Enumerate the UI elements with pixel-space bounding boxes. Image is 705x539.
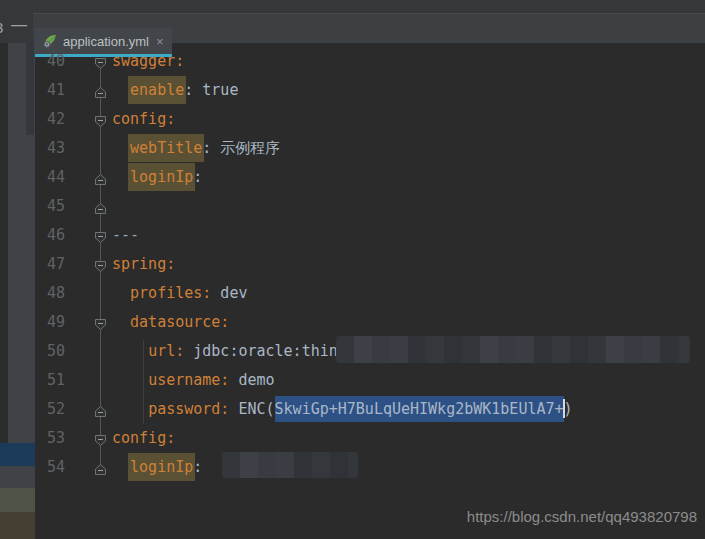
code-line[interactable]: loginIp:: [112, 163, 202, 192]
editor-row: 53config:: [35, 424, 705, 453]
scrollbar-thumb[interactable]: [26, 43, 34, 135]
editor-row: 46---: [35, 221, 705, 250]
redaction-blur: [336, 336, 690, 363]
code-line[interactable]: swagger:: [112, 47, 184, 76]
fold-marker-start[interactable]: [94, 55, 107, 68]
code-line[interactable]: config:: [112, 105, 175, 134]
code-line[interactable]: webTitle: 示例程序: [112, 134, 280, 163]
fold-marker-start[interactable]: [94, 316, 107, 329]
left-dark-gutter: [0, 43, 8, 443]
line-number[interactable]: 52: [38, 395, 65, 424]
line-number[interactable]: 50: [38, 337, 65, 366]
fold-marker-end[interactable]: [94, 403, 107, 416]
fold-marker-end[interactable]: [94, 171, 107, 184]
line-number[interactable]: 43: [38, 134, 65, 163]
editor-row: 42config:: [35, 105, 705, 134]
code-line[interactable]: config:: [112, 424, 175, 453]
code-line[interactable]: password: ENC(SkwiGp+H7BuLqUeHIWkg2bWK1b…: [112, 395, 573, 424]
line-number[interactable]: 44: [38, 163, 65, 192]
indent-guide: [143, 340, 144, 424]
editor-row: 43 webTitle: 示例程序: [35, 134, 705, 163]
background-selection-row: [0, 443, 35, 466]
partial-window-glyph: 3: [0, 19, 3, 36]
code-line[interactable]: ---: [112, 221, 139, 250]
line-number[interactable]: 51: [38, 366, 65, 395]
code-line[interactable]: enable: true: [112, 76, 238, 105]
line-number[interactable]: 54: [38, 453, 65, 482]
editor-row: 48 profiles: dev: [35, 279, 705, 308]
line-number[interactable]: 47: [38, 250, 65, 279]
code-line[interactable]: url: jdbc:oracle:thin: [112, 337, 338, 366]
fold-marker-end[interactable]: [94, 84, 107, 97]
line-number[interactable]: 46: [38, 221, 65, 250]
title-bar: [0, 0, 705, 14]
fold-marker-start[interactable]: [94, 113, 107, 126]
code-line[interactable]: datasource:: [112, 308, 229, 337]
editor-row: 44 loginIp:: [35, 163, 705, 192]
line-number[interactable]: 45: [38, 192, 65, 221]
line-number[interactable]: 41: [38, 76, 65, 105]
ide-window: application.yml × 3 — 40swagger:41 enabl…: [0, 0, 705, 539]
editor-row: 41 enable: true: [35, 76, 705, 105]
fold-marker-start[interactable]: [94, 432, 107, 445]
background-row: [0, 466, 35, 488]
watermark-url: https://blog.csdn.net/qq493820798: [467, 508, 697, 525]
code-line[interactable]: spring:: [112, 250, 175, 279]
redaction-blur: [222, 452, 358, 478]
code-line[interactable]: loginIp:: [112, 453, 202, 482]
editor-row: 47spring:: [35, 250, 705, 279]
fold-marker-end[interactable]: [94, 461, 107, 474]
fold-marker-end[interactable]: [94, 200, 107, 213]
line-number[interactable]: 49: [38, 308, 65, 337]
line-number[interactable]: 53: [38, 424, 65, 453]
editor-row: 40swagger:: [35, 47, 705, 76]
editor-row: 45: [35, 192, 705, 221]
line-number[interactable]: 42: [38, 105, 65, 134]
line-number[interactable]: 48: [38, 279, 65, 308]
editor-row: 49 datasource:: [35, 308, 705, 337]
background-row-brown: [0, 512, 35, 539]
window-corner: 3 —: [0, 0, 33, 43]
minimize-icon[interactable]: —: [11, 16, 27, 34]
line-number[interactable]: 40: [38, 47, 65, 76]
fold-marker-start[interactable]: [94, 258, 107, 271]
editor-row: 54 loginIp:: [35, 453, 705, 482]
fold-marker-start[interactable]: [94, 229, 107, 242]
editor-row: 51 username: demo: [35, 366, 705, 395]
background-row-green: [0, 488, 35, 512]
editor-row: 52 password: ENC(SkwiGp+H7BuLqUeHIWkg2bW…: [35, 395, 705, 424]
code-line[interactable]: username: demo: [112, 366, 275, 395]
editor-tab-bar: application.yml ×: [0, 14, 705, 43]
code-line[interactable]: profiles: dev: [112, 279, 247, 308]
